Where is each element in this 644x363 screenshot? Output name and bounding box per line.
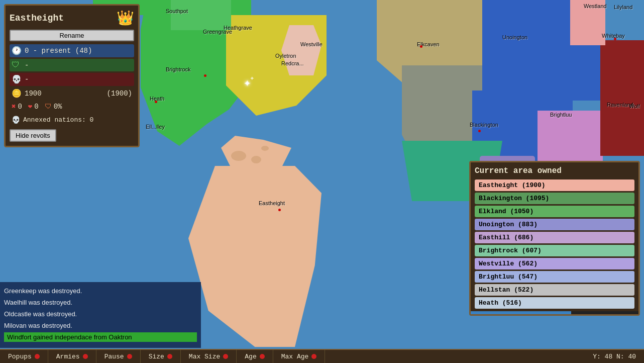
pause-dot — [127, 354, 132, 359]
coords-label: Y: 48 N: 40 — [593, 353, 636, 360]
age-dot — [260, 354, 265, 359]
cancel-icon: ✖ — [12, 102, 16, 111]
crown-icon: 👑 — [117, 10, 134, 27]
green-value: - — [25, 61, 29, 69]
region-pink-small — [281, 25, 321, 75]
annexed-icon: 💀 — [12, 116, 20, 124]
area-item-5: Brightrock (607) — [475, 245, 634, 256]
area-item-8: Hellstan (522) — [475, 284, 634, 296]
log-item-3: Milovan was destroyed. — [4, 321, 197, 330]
dot-eastheight — [278, 209, 281, 211]
percent-value: 0% — [54, 103, 62, 111]
title-bar: Eastheight 👑 — [10, 10, 134, 27]
bottom-armies[interactable]: Armies — [48, 350, 96, 363]
population-value: 0 - present (48) — [25, 47, 92, 55]
progress-bar-fill — [471, 311, 571, 314]
armies-dot — [83, 354, 88, 359]
annexed-label: Annexed nations: 0 — [23, 116, 93, 124]
log-list: Greenkeep was destroyed.Waelhill was des… — [4, 286, 197, 342]
gold-max: (1900) — [107, 89, 132, 98]
area-item-4: Easthill (686) — [475, 232, 634, 243]
maxsize-dot — [223, 354, 228, 359]
skull-icon: 💀 — [12, 74, 22, 84]
hide-revolts-button[interactable]: Hide revolts — [10, 129, 56, 142]
dot-elkcaven — [420, 45, 422, 48]
current-area-title: Current area owned — [475, 166, 634, 175]
region-green-patch — [171, 0, 231, 30]
area-list: Eastheight (1900)Blackington (1095)Elkla… — [475, 179, 634, 309]
bottom-coords: Y: 48 N: 40 — [585, 350, 644, 363]
resource-row: ✖ 0 ❤ 0 🛡 0% — [10, 101, 134, 112]
dot-whitebay — [614, 38, 616, 40]
label-lilyland: Lilyland — [614, 4, 632, 10]
region-islands-1 — [231, 151, 246, 161]
size-dot — [167, 354, 172, 359]
gold-current: 1900 — [25, 89, 42, 98]
region-south-america — [188, 166, 321, 347]
red-stat-row: 💀 - — [10, 73, 134, 86]
log-item-2: Oldcastle was destroyed. — [4, 309, 197, 319]
area-item-9: Heath (516) — [475, 297, 634, 309]
gold-row: 🪙 1900 (1900) — [10, 87, 134, 100]
region-islands-3 — [261, 146, 269, 151]
bottom-bar: Popups Armies Pause Size Max Size Age Ma… — [0, 349, 644, 363]
percent-resource: 🛡 0% — [45, 103, 62, 111]
dot-brightrock — [204, 74, 206, 77]
area-item-2: Elkland (1050) — [475, 206, 634, 217]
area-item-6: Westville (562) — [475, 258, 634, 269]
dot-blackington — [478, 130, 481, 132]
region-islands-2 — [251, 156, 261, 163]
green-stat-row: 🛡 - — [10, 59, 134, 71]
log-item-1: Waelhill was destroyed. — [4, 298, 197, 307]
cancel-resource: ✖ 0 — [12, 102, 22, 111]
current-area-panel: Current area owned Eastheight (1900)Blac… — [469, 161, 640, 316]
bottom-age[interactable]: Age — [237, 350, 273, 363]
heart-resource: ❤ 0 — [28, 102, 39, 111]
maxage-label: Max Age — [281, 353, 309, 360]
nation-panel: Eastheight 👑 Rename 🕐 0 - present (48) 🛡… — [4, 4, 140, 147]
area-item-1: Blackington (1095) — [475, 193, 634, 204]
heart-icon: ❤ — [28, 102, 32, 111]
popups-dot — [35, 354, 40, 359]
log-item-0: Greenkeep was destroyed. — [4, 286, 197, 296]
heart-count: 0 — [34, 103, 38, 111]
armies-label: Armies — [56, 353, 80, 360]
popups-label: Popups — [8, 353, 32, 360]
area-item-3: Unoington (883) — [475, 219, 634, 230]
percent-icon: 🛡 — [45, 103, 52, 111]
population-icon: 🕐 — [12, 46, 22, 56]
bottom-pause[interactable]: Pause — [96, 350, 141, 363]
bottom-popups[interactable]: Popups — [0, 350, 48, 363]
maxsize-label: Max Size — [189, 353, 220, 360]
region-dark-red — [600, 40, 644, 156]
progress-bar-container — [471, 311, 638, 314]
maxage-dot — [311, 354, 316, 359]
gold-icon: 🪙 — [12, 88, 22, 99]
population-row: 🕐 0 - present (48) — [10, 44, 134, 57]
pause-label: Pause — [104, 353, 124, 360]
bottom-maxage[interactable]: Max Age — [273, 350, 326, 363]
flash-effect-2: ✦ — [250, 73, 255, 83]
log-panel: Greenkeep was destroyed.Waelhill was des… — [0, 282, 201, 348]
green-icon: 🛡 — [12, 60, 22, 70]
area-item-7: Brightluu (547) — [475, 271, 634, 283]
bottom-size[interactable]: Size — [141, 350, 181, 363]
dot-heath — [155, 101, 157, 103]
region-pink-right — [570, 0, 605, 45]
rename-button[interactable]: Rename — [10, 30, 134, 41]
red-value: - — [25, 75, 29, 83]
cancel-count: 0 — [18, 103, 22, 111]
age-label: Age — [245, 353, 256, 360]
size-label: Size — [149, 353, 164, 360]
annexed-row: 💀 Annexed nations: 0 — [10, 115, 134, 125]
bottom-maxsize[interactable]: Max Size — [181, 350, 237, 363]
area-item-0: Eastheight (1900) — [475, 179, 634, 191]
nation-name: Eastheight — [10, 13, 117, 23]
log-item-4: Windfort gained independace from Oaktron — [4, 332, 197, 342]
